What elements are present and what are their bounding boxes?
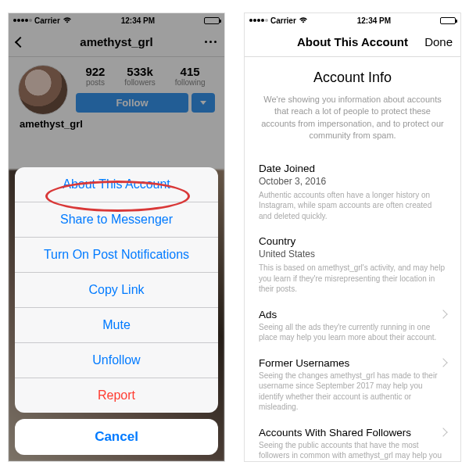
section-ads[interactable]: Ads Seeing all the ads they're currently…	[259, 309, 446, 343]
sheet-about-this-account[interactable]: About This Account	[15, 167, 218, 202]
section-date-joined: Date Joined October 3, 2016 Authentic ac…	[259, 163, 446, 222]
battery-icon	[440, 17, 456, 24]
sheet-report[interactable]: Report	[15, 378, 218, 413]
chevron-left-icon	[15, 37, 26, 48]
account-info-desc: We're showing you information about acco…	[259, 94, 446, 142]
action-sheet: About This Account Share to Messenger Tu…	[15, 167, 218, 455]
about-navbar: About This Account Done	[245, 27, 460, 57]
account-info-heading: Account Info	[259, 70, 446, 86]
more-options-button[interactable]	[205, 41, 217, 43]
signal-icon	[249, 19, 268, 22]
sheet-cancel[interactable]: Cancel	[15, 419, 218, 455]
carrier-label: Carrier	[270, 16, 296, 25]
sheet-share-messenger[interactable]: Share to Messenger	[15, 202, 218, 238]
back-button[interactable]	[16, 35, 24, 48]
wifi-icon	[299, 16, 308, 25]
section-shared-followers[interactable]: Accounts With Shared Followers Seeing th…	[259, 427, 446, 461]
sheet-post-notifications[interactable]: Turn On Post Notifications	[15, 238, 218, 273]
section-country: Country United States This is based on a…	[259, 235, 446, 295]
sheet-mute[interactable]: Mute	[15, 308, 218, 343]
about-account-screen: Carrier 12:34 PM About This Account Done…	[244, 13, 461, 462]
sheet-unfollow[interactable]: Unfollow	[15, 343, 218, 378]
profile-screen: Carrier 12:34 PM amethyst_grl 922posts 5…	[8, 13, 225, 462]
sheet-copy-link[interactable]: Copy Link	[15, 273, 218, 308]
section-former-usernames[interactable]: Former Usernames Seeing the changes amet…	[259, 357, 446, 413]
status-bar: Carrier 12:34 PM	[245, 13, 460, 27]
clock: 12:34 PM	[357, 16, 391, 25]
done-button[interactable]: Done	[424, 35, 453, 48]
